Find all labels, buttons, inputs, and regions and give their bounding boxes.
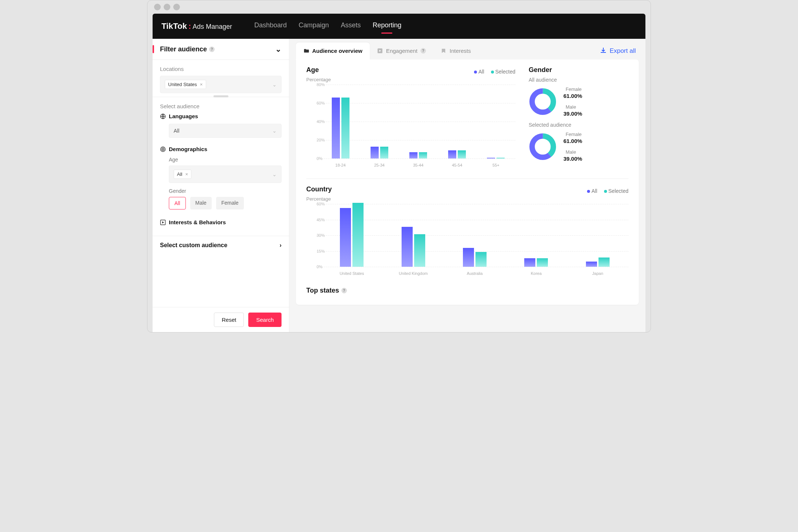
play-icon (377, 48, 383, 54)
languages-header[interactable]: Languages (160, 113, 282, 119)
select-custom-audience-row[interactable]: Select custom audience › (153, 236, 289, 255)
tab-engagement-label: Engagement (386, 48, 417, 54)
drag-handle-icon[interactable] (214, 95, 228, 97)
help-icon[interactable]: ? (209, 47, 215, 52)
chevron-down-icon: ⌄ (272, 128, 277, 134)
gender-title: Gender (529, 66, 628, 74)
chevron-down-icon: ⌄ (272, 82, 277, 88)
demographics-header[interactable]: Demographics (160, 146, 282, 152)
age-chip[interactable]: All × (174, 170, 191, 179)
divider (306, 178, 628, 179)
age-value: All (177, 171, 182, 177)
download-icon (600, 47, 607, 55)
chip-remove-icon[interactable]: × (185, 171, 188, 177)
reset-button[interactable]: Reset (214, 313, 244, 327)
brand-colon: : (188, 21, 191, 31)
age-legend: All Selected (474, 69, 515, 75)
bookmark-icon (441, 48, 447, 54)
help-icon[interactable]: ? (420, 48, 426, 54)
export-all-button[interactable]: Export all (600, 47, 639, 55)
nav-campaign[interactable]: Campaign (299, 21, 329, 31)
country-chart-subtitle: Percentage (306, 196, 628, 202)
location-chip[interactable]: United States × (165, 80, 206, 89)
filter-audience-title: Filter audience (160, 45, 207, 53)
search-button[interactable]: Search (248, 313, 282, 327)
country-chart: 60%45%30%15%0%United StatesUnited Kingdo… (306, 204, 628, 278)
age-label: Age (169, 157, 282, 163)
gender-all-male-pct: 39.00% (563, 110, 582, 117)
gender-female-button[interactable]: Female (216, 197, 244, 209)
languages-select[interactable]: All ⌄ (169, 124, 282, 138)
nav-reporting[interactable]: Reporting (372, 21, 401, 31)
tab-overview-label: Audience overview (312, 48, 362, 54)
languages-label: Languages (169, 113, 198, 119)
top-nav: TikTok: Ads Manager Dashboard Campaign A… (153, 14, 645, 39)
window-titlebar (147, 0, 651, 14)
age-select[interactable]: All × ⌄ (169, 166, 282, 183)
select-custom-label: Select custom audience (160, 242, 227, 249)
legend-all: All (478, 69, 484, 75)
country-chart-title: Country (306, 185, 332, 193)
window-dot (164, 4, 170, 10)
folder-icon (303, 48, 309, 54)
gender-male-label: Male (566, 149, 576, 155)
legend-selected: Selected (608, 188, 628, 194)
legend-all: All (591, 188, 597, 194)
play-box-icon (160, 219, 166, 225)
chevron-down-icon: ⌄ (275, 45, 282, 54)
filter-audience-header[interactable]: Filter audience ? ⌄ (160, 45, 282, 54)
nav-assets[interactable]: Assets (341, 21, 361, 31)
age-chart-subtitle: Percentage (306, 77, 515, 82)
sidebar: Filter audience ? ⌄ Locations United Sta… (153, 39, 289, 332)
select-audience-label: Select audience (160, 103, 282, 109)
target-icon (160, 146, 166, 152)
gender-label: Gender (169, 188, 282, 194)
help-icon[interactable]: ? (341, 288, 347, 293)
tab-audience-overview[interactable]: Audience overview (296, 42, 370, 59)
export-all-label: Export all (610, 47, 636, 55)
interests-behaviors-header[interactable]: Interests & Behaviors (160, 219, 282, 225)
gender-sel-male-pct: 39.00% (563, 156, 582, 162)
gender-all-donut (529, 88, 557, 116)
gender-all-audience-label: All audience (529, 77, 628, 83)
window-dot (154, 4, 161, 10)
brand-sub: Ads Manager (192, 23, 232, 31)
tab-interests[interactable]: Interests (433, 42, 478, 59)
gender-male-button[interactable]: Male (190, 197, 212, 209)
tab-engagement[interactable]: Engagement ? (370, 42, 433, 59)
brand-logo: TikTok: Ads Manager (161, 21, 232, 31)
nav-dashboard[interactable]: Dashboard (254, 21, 287, 31)
gender-female-label: Female (566, 132, 582, 137)
chip-remove-icon[interactable]: × (200, 82, 203, 87)
svg-point-3 (163, 149, 163, 150)
languages-value: All (174, 128, 180, 134)
globe-icon (160, 113, 166, 119)
gender-sel-female-pct: 61.00% (563, 138, 582, 144)
location-chip-label: United States (168, 82, 197, 87)
window-dot (173, 4, 180, 10)
gender-female-label: Female (566, 86, 582, 92)
gender-all-button[interactable]: All (169, 197, 186, 209)
gender-selected-donut (529, 133, 557, 161)
legend-selected: Selected (495, 69, 515, 75)
gender-all-female-pct: 61.00% (563, 93, 582, 99)
top-states-title: Top states (306, 287, 339, 294)
brand-name: TikTok (161, 21, 187, 31)
demographics-label: Demographics (169, 146, 207, 152)
chevron-right-icon: › (280, 242, 282, 249)
locations-select[interactable]: United States × ⌄ (160, 76, 282, 93)
age-chart-title: Age (306, 66, 319, 74)
locations-label: Locations (160, 66, 282, 72)
country-legend: All Selected (587, 188, 628, 194)
gender-male-label: Male (566, 104, 576, 110)
chevron-down-icon: ⌄ (272, 171, 277, 177)
tab-interests-label: Interests (450, 48, 471, 54)
interests-behaviors-label: Interests & Behaviors (169, 219, 226, 225)
gender-selected-audience-label: Selected audience (529, 122, 628, 128)
age-chart: 80%60%40%20%0%18-2425-3435-4445-5455+ (306, 85, 515, 170)
